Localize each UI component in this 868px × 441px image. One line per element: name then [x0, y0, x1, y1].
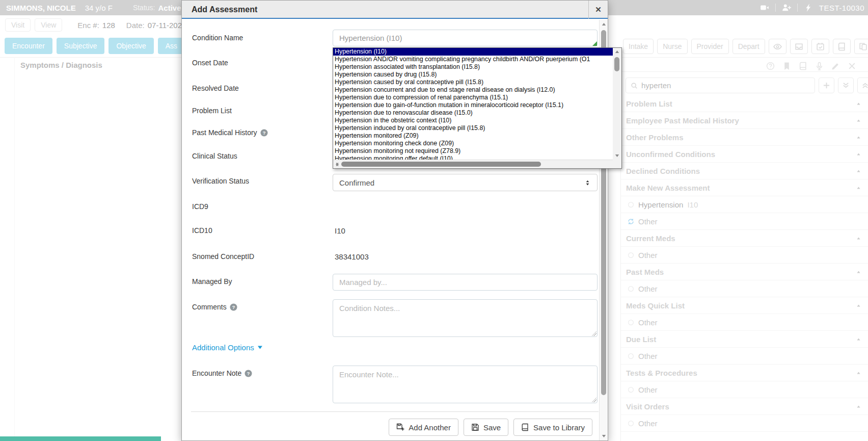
encounter-note-field: [333, 366, 598, 403]
select-arrows-icon: [584, 179, 591, 186]
caret-down-icon: [257, 345, 263, 350]
dropdown-option-7[interactable]: Hypertension due to compression of renal…: [333, 94, 613, 101]
dropdown-option-14[interactable]: Hypertension monitoring not required (Z7…: [333, 147, 613, 155]
past-medical-history-label: Past Medical History?: [192, 128, 268, 137]
dropdown-option-9[interactable]: Hypertension due to renovascular disease…: [333, 109, 613, 117]
encounter-note-label: Encounter Note?: [192, 369, 252, 377]
problem-list-label: Problem List: [192, 107, 232, 115]
dropdown-option-12[interactable]: Hypertension monitored (Z09): [333, 132, 613, 140]
teal-status-bar: [0, 436, 161, 441]
managed-by-field: [333, 274, 598, 291]
scrollbar-thumb[interactable]: [614, 57, 619, 71]
scrollbar-corner: [613, 160, 621, 168]
condition-autocomplete-dropdown: Hypertension (I10)Hypertension AND/OR vo…: [333, 47, 622, 169]
dropdown-option-8[interactable]: Hypertension due to gain-of-function mut…: [333, 101, 613, 109]
save-icon: [471, 423, 479, 431]
save-button[interactable]: Save: [464, 419, 508, 436]
save-to-library-label: Save to Library: [533, 423, 585, 432]
encounter-note-textarea[interactable]: [333, 366, 598, 403]
dropdown-option-5[interactable]: Hypertension caused by oral contraceptiv…: [333, 79, 613, 86]
onset-date-label: Onset Date: [192, 59, 228, 67]
comments-label: Comments?: [192, 303, 237, 311]
dropdown-vertical-scrollbar[interactable]: [613, 48, 621, 160]
scroll-up-icon[interactable]: [602, 22, 606, 27]
dropdown-option-10[interactable]: Hypertension in the obstetric context (I…: [333, 117, 613, 124]
add-another-button[interactable]: Add Another: [389, 419, 458, 436]
dropdown-option-1[interactable]: Hypertension (I10): [333, 48, 613, 56]
resolved-date-label: Resolved Date: [192, 84, 239, 92]
dropdown-option-13[interactable]: Hypertension monitoring check done (Z09): [333, 140, 613, 147]
svg-text:?: ?: [262, 130, 265, 135]
add-another-label: Add Another: [409, 423, 451, 432]
add-assessment-modal: Add Assessment ✕ Condition Name Onset Da…: [181, 0, 608, 441]
condition-name-label: Condition Name: [192, 34, 243, 42]
icd10-value: I10: [335, 226, 345, 235]
verification-status-value: Confirmed: [339, 178, 374, 187]
dropdown-option-3[interactable]: Hypertension associated with transplanta…: [333, 63, 613, 71]
dropdown-horizontal-scrollbar[interactable]: [333, 160, 613, 168]
condition-dropdown-options: Hypertension (I10)Hypertension AND/OR vo…: [333, 48, 613, 160]
resize-grip-icon[interactable]: [592, 331, 596, 336]
icd9-label: ICD9: [192, 202, 208, 211]
svg-text:?: ?: [232, 304, 235, 309]
verification-status-select[interactable]: Confirmed: [333, 174, 598, 191]
condition-name-input[interactable]: [333, 30, 598, 46]
scroll-down-icon[interactable]: [615, 153, 619, 158]
managed-by-input[interactable]: [333, 274, 598, 291]
dropdown-option-15[interactable]: Hypertension monitoring offer default (I…: [333, 155, 613, 160]
library-book-icon: [521, 423, 529, 431]
comments-textarea[interactable]: [333, 299, 598, 337]
save-label: Save: [483, 423, 501, 432]
condition-name-field: [333, 30, 598, 46]
verification-status-label: Verification Status: [192, 177, 249, 185]
help-icon[interactable]: ?: [260, 129, 268, 137]
save-plus-icon: [396, 423, 404, 431]
modal-titlebar: Add Assessment ✕: [182, 1, 608, 19]
page-root: { "colors": { "tab_blue": "#5bc0de", "ti…: [0, 0, 868, 441]
footer-divider: [191, 411, 599, 412]
resize-grip-icon[interactable]: [592, 398, 596, 402]
dropdown-option-4[interactable]: Hypertension caused by drug (I15.8): [333, 71, 613, 79]
modal-footer: Add Another Save Save to Library: [389, 419, 592, 436]
help-icon[interactable]: ?: [245, 370, 252, 377]
help-icon[interactable]: ?: [230, 303, 237, 311]
additional-options-label: Additional Options: [192, 343, 254, 352]
comments-field: [333, 299, 598, 337]
scroll-right-icon[interactable]: [335, 162, 340, 167]
scroll-down-icon[interactable]: [602, 434, 606, 438]
scroll-up-icon[interactable]: [615, 49, 619, 54]
dropdown-option-2[interactable]: Hypertension AND/OR vomiting complicatin…: [333, 56, 613, 63]
green-corner-indicator: [592, 41, 597, 46]
save-to-library-button[interactable]: Save to Library: [513, 419, 592, 436]
additional-options-link[interactable]: Additional Options: [192, 343, 263, 352]
dropdown-option-6[interactable]: Hypertension concurrent and due to end s…: [333, 86, 613, 94]
modal-title: Add Assessment: [192, 1, 257, 19]
snomed-value: 38341003: [335, 252, 369, 261]
svg-text:?: ?: [247, 371, 250, 376]
icd10-label: ICD10: [192, 226, 212, 235]
snomed-label: Snomed ConceptID: [192, 252, 254, 261]
managed-by-label: Managed By: [192, 277, 232, 286]
clinical-status-label: Clinical Status: [192, 152, 237, 160]
close-button[interactable]: ✕: [588, 1, 608, 19]
scrollbar-thumb[interactable]: [341, 162, 541, 167]
dropdown-option-11[interactable]: Hypertension induced by oral contracepti…: [333, 124, 613, 132]
